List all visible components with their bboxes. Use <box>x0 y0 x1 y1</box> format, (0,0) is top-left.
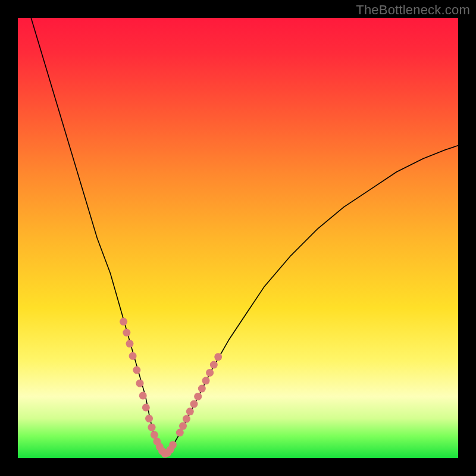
highlight-dot <box>133 367 140 374</box>
plot-area <box>18 18 458 458</box>
highlight-dot <box>206 369 214 377</box>
highlight-dot <box>176 429 184 437</box>
highlight-dot <box>129 352 137 360</box>
highlight-dots <box>120 318 222 458</box>
highlight-dot <box>142 403 150 411</box>
highlight-dot <box>202 377 210 384</box>
highlight-dot <box>123 329 130 337</box>
highlight-dot <box>120 318 127 325</box>
highlight-dot <box>214 353 222 361</box>
highlight-dot <box>136 380 144 387</box>
highlight-dot <box>151 431 158 439</box>
highlight-dot <box>139 392 147 399</box>
highlight-dot <box>126 340 134 347</box>
chart-frame: TheBottleneck.com <box>0 0 476 476</box>
highlight-dot <box>148 424 156 431</box>
watermark-text: TheBottleneck.com <box>356 2 470 18</box>
bottleneck-curve <box>31 18 458 456</box>
highlight-dot <box>198 385 206 393</box>
curve-svg <box>18 18 458 458</box>
highlight-dot <box>179 422 187 430</box>
highlight-dot <box>194 393 202 400</box>
highlight-dot <box>183 415 190 423</box>
highlight-dot <box>145 415 153 422</box>
highlight-dot <box>190 400 198 408</box>
highlight-dot <box>210 361 218 369</box>
highlight-dot <box>169 441 177 449</box>
highlight-dot <box>186 408 194 415</box>
